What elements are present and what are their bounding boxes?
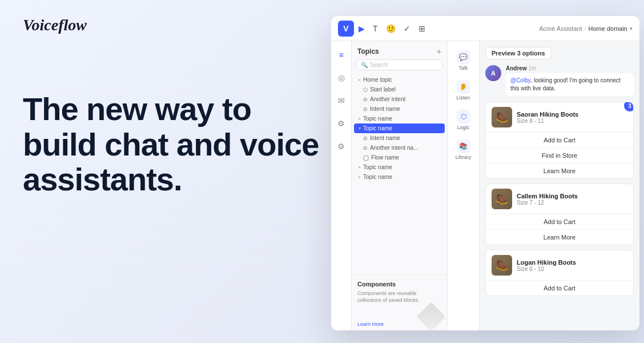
block-tools-panel: 💬 Talk 👂 Listen ⬡ Logic 📚 Library	[448, 41, 480, 330]
topbar-icons: ▶ T 🙂 ✓ ⊞	[359, 24, 539, 33]
topic-label: Flow name	[371, 154, 399, 161]
list-item[interactable]: ◯ Flow name	[354, 153, 445, 162]
block-tool-talk[interactable]: 💬 Talk	[450, 47, 477, 74]
sidebar-icon-nodes[interactable]: ⚙	[335, 117, 348, 130]
topics-title: Topics	[357, 47, 379, 55]
chevron-right-icon: ▸	[359, 77, 361, 82]
sidebar-icon-layers[interactable]: ≡	[335, 48, 348, 62]
block-tool-logic[interactable]: ⬡ Logic	[450, 106, 477, 134]
logo-text: Voiceflow	[23, 16, 87, 34]
topic-label: Topic name	[363, 174, 392, 180]
chat-content: Andrew 1m @Colby, looking good! I'm goin…	[506, 65, 634, 96]
topbar-icon-text[interactable]: T	[373, 24, 378, 33]
list-item[interactable]: ▸ Topic name	[354, 162, 445, 172]
topics-header: Topics +	[352, 41, 447, 59]
listen-label: Listen	[456, 95, 470, 101]
product-actions: Add to Cart Find in Store Learn More	[486, 132, 633, 178]
topbar-icon-play[interactable]: ▶	[359, 24, 365, 33]
list-item[interactable]: ⊙ Intent name	[354, 133, 445, 143]
find-in-store-button[interactable]: Find in Store	[486, 148, 633, 163]
list-item-selected[interactable]: ▾ Topic name	[354, 123, 445, 133]
chat-text: @Colby, looking good! I'm going to conne…	[506, 73, 634, 96]
list-item[interactable]: ⬡ Start label	[354, 85, 445, 94]
boot-icon: 🥾	[496, 111, 508, 123]
listen-icon: 👂	[457, 80, 470, 94]
topic-label: Topic name	[363, 115, 392, 122]
chevron-right-icon: ▸	[359, 165, 361, 170]
logic-label: Logic	[457, 125, 470, 130]
product-header: 🥾 Logan Hiking Boots Size 6 - 10	[486, 250, 633, 280]
topics-panel: Topics + 🔍 Search ▸ Home topic ⬡ Start l…	[352, 41, 448, 330]
sidebar-icon-settings[interactable]: ⚙	[335, 139, 348, 153]
chat-meta: Andrew 1m	[506, 65, 634, 71]
topbar-icon-face[interactable]: 🙂	[386, 24, 396, 33]
boot-icon: 🥾	[496, 259, 508, 272]
topbar-breadcrumb: Acme Assistant / Home domain ▾	[539, 25, 633, 32]
product-header: 🥾 Saoran Hiking Boots Size 8 - 11 3	[486, 102, 633, 132]
list-item[interactable]: ▸ Topic name	[354, 114, 445, 123]
topics-list: ▸ Home topic ⬡ Start label ⊙ Another int…	[352, 75, 447, 272]
item-icon: ⊙	[363, 145, 368, 151]
topic-label: Another intent	[370, 96, 405, 102]
library-icon: 📚	[457, 139, 470, 153]
product-image: 🥾	[492, 255, 512, 276]
block-tool-library[interactable]: 📚 Library	[450, 136, 477, 163]
topbar-icon-check[interactable]: ✓	[404, 24, 410, 33]
preview-options-button[interactable]: Preview 3 options	[485, 47, 552, 59]
list-item[interactable]: ▸ Topic name	[354, 172, 445, 182]
list-item[interactable]: ⊙ Intent name	[354, 104, 445, 114]
product-card: 🥾 Callem Hiking Boots Size 7 - 12 Add to…	[485, 184, 634, 245]
product-name: Logan Hiking Boots	[517, 259, 627, 266]
logo: Voiceflow	[23, 16, 87, 34]
add-to-cart-button[interactable]: Add to Cart	[486, 133, 633, 148]
sidebar-icon-target[interactable]: ◎	[335, 71, 348, 85]
product-image: 🥾	[492, 107, 512, 127]
topic-label: Topic name	[363, 164, 392, 170]
chat-timestamp: 1m	[528, 65, 536, 71]
topic-label: Home topic	[363, 77, 392, 83]
components-description: Components are reusable collections of s…	[357, 290, 441, 304]
block-tool-listen[interactable]: 👂 Listen	[450, 77, 477, 104]
list-item[interactable]: ▸ Home topic	[354, 75, 445, 85]
components-section: Components Components are reusable colle…	[352, 274, 447, 330]
list-item[interactable]: ⊙ Another intent na...	[354, 143, 445, 153]
hero-section: The new way to build chat and voice assi…	[23, 91, 320, 197]
add-to-cart-button[interactable]: Add to Cart	[486, 281, 633, 296]
item-icon: ⊙	[363, 97, 368, 102]
sidebar-icon-message[interactable]: ✉	[335, 94, 348, 107]
breadcrumb-domain[interactable]: Home domain	[589, 25, 627, 32]
product-card: 🥾 Saoran Hiking Boots Size 8 - 11 3 Add …	[485, 102, 634, 179]
breadcrumb-separator: /	[584, 25, 586, 32]
product-name: Saoran Hiking Boots	[517, 111, 627, 118]
topic-label: Start label	[370, 86, 396, 93]
search-icon: 🔍	[361, 62, 368, 68]
breadcrumb-assistant[interactable]: Acme Assistant	[539, 25, 582, 32]
topic-label: Intent name	[370, 135, 400, 141]
learn-more-button[interactable]: Learn More	[486, 163, 633, 178]
talk-icon: 💬	[457, 50, 470, 64]
product-name: Callem Hiking Boots	[517, 193, 627, 200]
components-title: Components	[357, 281, 441, 288]
breadcrumb-chevron[interactable]: ▾	[630, 26, 633, 31]
app-screenshot: V ▶ T 🙂 ✓ ⊞ Acme Assistant / Home domain…	[331, 16, 639, 330]
components-learn-more-link[interactable]: Learn more	[357, 321, 384, 327]
item-icon: ⬡	[363, 87, 368, 93]
chevron-right-icon: ▸	[359, 174, 361, 180]
product-header: 🥾 Callem Hiking Boots Size 7 - 12	[486, 184, 633, 214]
topic-label: Intent name	[370, 106, 400, 112]
product-size: Size 6 - 10	[517, 266, 627, 272]
add-to-cart-button[interactable]: Add to Cart	[486, 214, 633, 230]
learn-more-button[interactable]: Learn More	[486, 230, 633, 245]
topbar-icon-grid[interactable]: ⊞	[418, 24, 425, 33]
list-item[interactable]: ⊙ Another intent	[354, 94, 445, 104]
diamond-icon	[417, 302, 446, 330]
product-badge: 3	[624, 102, 634, 111]
item-icon: ◯	[363, 155, 369, 161]
logic-icon: ⬡	[457, 110, 470, 123]
topics-search-bar[interactable]: 🔍 Search	[356, 59, 442, 70]
topics-add-button[interactable]: +	[437, 47, 441, 56]
product-info: Logan Hiking Boots Size 6 - 10	[517, 259, 627, 272]
chat-message: A Andrew 1m @Colby, looking good! I'm go…	[485, 65, 634, 96]
product-info: Saoran Hiking Boots Size 8 - 11	[517, 111, 627, 124]
avatar: A	[485, 65, 501, 81]
